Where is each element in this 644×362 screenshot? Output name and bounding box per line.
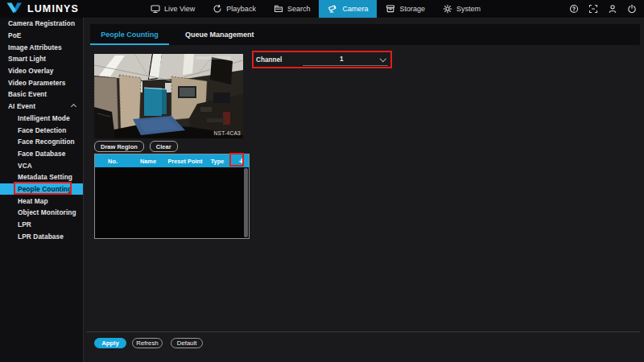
nav-live-view[interactable]: Live View — [142, 0, 204, 18]
region-toolbar: Draw Region Clear — [94, 141, 178, 152]
sidebar-item-camera-registration[interactable]: Camera Registration — [0, 18, 83, 30]
sidebar-item-label: Face Recognition — [18, 138, 75, 146]
sidebar-item-label: Smart Light — [8, 55, 46, 63]
chevron-down-icon — [379, 56, 386, 62]
fullscreen-icon[interactable] — [588, 4, 598, 14]
column-preset-point: Preset Point — [166, 158, 204, 165]
channel-row: Channel 1 — [252, 51, 392, 68]
nav-camera[interactable]: Camera — [319, 0, 377, 18]
column-name: Name — [130, 158, 166, 165]
luminys-logo-icon — [6, 2, 23, 17]
channel-select[interactable]: 1 — [303, 53, 388, 66]
utility-icons — [569, 0, 637, 18]
nav-label: System — [456, 5, 481, 13]
sidebar-item-label: AI Event — [8, 102, 35, 110]
sidebar-item-label: Metadata Setting — [18, 173, 72, 181]
sidebar-item-video-parameters[interactable]: Video Parameters — [0, 76, 83, 88]
sidebar-item-face-recognition[interactable]: Face Recognition — [0, 136, 83, 148]
power-icon[interactable] — [627, 4, 637, 14]
channel-selected-value: 1 — [303, 56, 381, 63]
sidebar-item-vca[interactable]: VCA — [0, 159, 83, 171]
nav-label: Camera — [342, 5, 368, 13]
nav-search[interactable]: Search — [265, 0, 320, 18]
add-rule-button[interactable]: + — [236, 156, 247, 167]
nav-label: Storage — [399, 5, 425, 13]
sidebar-item-label: Video Parameters — [8, 79, 66, 87]
sidebar-item-label: LPR — [18, 220, 31, 228]
channel-label: Channel — [256, 56, 303, 64]
footer-divider — [86, 331, 640, 332]
sidebar-item-label: PoE — [8, 31, 21, 39]
brand-name: LUMINYS — [27, 3, 79, 14]
sidebar-item-basic-event[interactable]: Basic Event — [0, 88, 83, 101]
top-navigation: Live View Playback Search Camera — [142, 0, 489, 18]
brand-logo: LUMINYS — [6, 0, 79, 18]
search-folder-icon — [274, 4, 283, 14]
table-header: No. Name Preset Point Type + — [95, 154, 249, 167]
top-bar: LUMINYS Live View Playback Search — [0, 0, 644, 19]
sidebar-item-label: Video Overlay — [8, 67, 54, 75]
tab-label: People Counting — [101, 31, 159, 39]
sidebar-item-label: Heat Map — [18, 197, 48, 205]
sidebar-item-lpr-database[interactable]: LPR Database — [0, 230, 83, 242]
sidebar-item-metadata-setting[interactable]: Metadata Setting — [0, 171, 83, 183]
sidebar-item-label: People Counting — [18, 185, 72, 193]
sidebar-item-label: Face Database — [18, 150, 65, 158]
sidebar-item-label: Camera Registration — [8, 19, 75, 27]
column-type: Type — [204, 158, 230, 165]
sidebar-item-label: Basic Event — [8, 90, 47, 98]
default-button[interactable]: Default — [171, 338, 203, 348]
sidebar-item-smart-light[interactable]: Smart Light — [0, 53, 83, 65]
footer-toolbar: Apply Refresh Default — [94, 338, 203, 348]
sidebar-item-people-counting[interactable]: People Counting — [0, 183, 83, 195]
gear-icon — [443, 4, 452, 14]
user-icon[interactable] — [608, 4, 617, 14]
table-body-empty — [95, 167, 249, 238]
table-scrollbar[interactable] — [244, 168, 248, 237]
settings-sidebar: Camera Registration PoE Image Attributes… — [0, 18, 84, 362]
counting-rules-table: No. Name Preset Point Type + — [94, 154, 250, 239]
draw-region-button[interactable]: Draw Region — [94, 141, 144, 152]
sidebar-item-object-monitoring[interactable]: Object Monitoring — [0, 207, 83, 219]
content-tabs: People Counting Queue Management — [90, 24, 640, 45]
sidebar-item-label: LPR Database — [18, 232, 64, 241]
apply-button[interactable]: Apply — [94, 338, 126, 348]
sidebar-item-lpr[interactable]: LPR — [0, 219, 83, 231]
tab-label: Queue Management — [185, 31, 254, 39]
sidebar-item-intelligent-mode[interactable]: Intelligent Mode — [0, 113, 83, 125]
nav-system[interactable]: System — [434, 0, 489, 18]
help-icon[interactable] — [569, 4, 579, 14]
app-window: LUMINYS Live View Playback Search — [0, 0, 644, 362]
nav-label: Playback — [226, 5, 256, 13]
sidebar-item-image-attributes[interactable]: Image Attributes — [0, 41, 83, 53]
replay-icon — [213, 4, 222, 14]
sidebar-item-label: Image Attributes — [8, 43, 62, 51]
sidebar-item-label: VCA — [18, 162, 32, 170]
sidebar-item-label: Object Monitoring — [18, 208, 76, 216]
storage-icon — [386, 4, 395, 14]
office-scene-image — [94, 54, 243, 138]
sidebar-item-face-detection[interactable]: Face Detection — [0, 124, 83, 136]
ptz-camera-icon — [328, 4, 338, 14]
sidebar-item-label: Intelligent Mode — [18, 114, 70, 122]
sidebar-item-poe[interactable]: PoE — [0, 30, 83, 42]
camera-watermark: NST-4CA3 — [214, 130, 241, 136]
nav-playback[interactable]: Playback — [204, 0, 265, 18]
nav-label: Live View — [164, 5, 195, 13]
sidebar-item-face-database[interactable]: Face Database — [0, 148, 83, 160]
sidebar-item-heat-map[interactable]: Heat Map — [0, 195, 83, 207]
column-no: No. — [95, 158, 130, 165]
sidebar-item-video-overlay[interactable]: Video Overlay — [0, 65, 83, 77]
nav-label: Search — [287, 5, 311, 13]
clear-button[interactable]: Clear — [150, 141, 178, 152]
tab-queue-management[interactable]: Queue Management — [174, 24, 266, 45]
monitor-icon — [151, 4, 160, 14]
tab-people-counting[interactable]: People Counting — [90, 24, 169, 45]
sidebar-item-ai-event[interactable]: AI Event — [0, 101, 83, 113]
sidebar-item-label: Face Detection — [18, 126, 66, 134]
refresh-button[interactable]: Refresh — [132, 338, 163, 348]
chevron-up-icon — [71, 104, 76, 109]
camera-preview-canvas[interactable]: NST-4CA3 — [94, 54, 243, 138]
nav-storage[interactable]: Storage — [377, 0, 434, 18]
